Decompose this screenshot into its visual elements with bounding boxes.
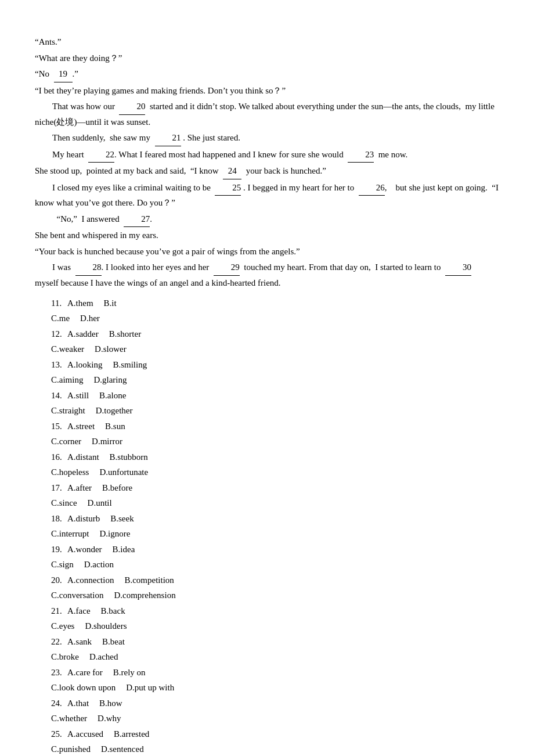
option-B: B.arrested (114, 727, 149, 742)
option-C: C.aiming (51, 373, 83, 388)
option-D: D.mirror (92, 434, 122, 449)
line-20: That was how our 20 started and it didn’… (35, 99, 499, 129)
option-B: B.back (101, 604, 125, 619)
line-25-26: I closed my eyes like a criminal waiting… (35, 181, 499, 211)
question-number: 23. (51, 665, 67, 681)
line-22-23: My heart 22. What I feared most had happ… (35, 147, 499, 163)
blank-22: 22 (88, 147, 114, 163)
line-bent: She bent and whispered in my ears. (35, 228, 499, 243)
option-A: A.street (67, 419, 95, 434)
question-row2: C.meD.her (35, 311, 499, 326)
line-28-30: I was 28. I looked into her eyes and her… (35, 260, 499, 290)
option-D: D.shoulders (85, 619, 127, 634)
question-row2: C.cornerD.mirror (35, 434, 499, 449)
option-A: A.looking (67, 358, 102, 373)
question-14: 14.A.stillB.aloneC.straightD.together (35, 388, 499, 418)
question-number: 18. (51, 512, 67, 527)
question-row2: C.sinceD.until (35, 496, 499, 511)
question-row2: C.eyesD.shoulders (35, 619, 499, 634)
option-B: B.sun (105, 419, 125, 434)
option-B: B.smiling (113, 358, 147, 373)
option-A: A.after (67, 481, 92, 496)
option-B: B.seek (110, 512, 134, 527)
question-number: 19. (51, 542, 67, 557)
option-C: C.sign (51, 557, 74, 573)
line-ants: “Ants.” (35, 35, 499, 50)
question-12: 12.A.sadderB.shorterC.weakerD.slower (35, 327, 499, 357)
option-A: A.accused (67, 727, 103, 742)
question-number: 11. (51, 296, 67, 311)
option-C: C.whether (51, 711, 87, 726)
question-row2: C.weakerD.slower (35, 342, 499, 357)
question-row2: C.brokeD.ached (35, 650, 499, 665)
line-wings: “Your back is hunched because you’ve got… (35, 244, 499, 260)
option-C: C.interrupt (51, 527, 89, 542)
line-21: Then suddenly, she saw my 21 . She just … (35, 131, 499, 146)
question-row1: 25.A.accusedB.arrested (35, 727, 499, 742)
option-D: D.until (88, 496, 112, 511)
option-A: A.care for (67, 665, 103, 681)
question-row1: 22.A.sankB.beat (35, 635, 499, 650)
option-B: B.competition (124, 573, 174, 588)
question-18: 18.A.disturbB.seekC.interruptD.ignore (35, 512, 499, 541)
option-A: A.sadder (67, 327, 99, 342)
question-number: 17. (51, 481, 67, 496)
question-row2: C.hopelessD.unfortunate (35, 465, 499, 480)
line-what: “What are they doing？” (35, 51, 499, 66)
passage: “Ants.” “What are they doing？” “No 19.” … (35, 35, 499, 290)
option-D: D.sentenced (101, 742, 144, 757)
question-24: 24.A.thatB.howC.whetherD.why (35, 696, 499, 726)
question-13: 13.A.lookingB.smilingC.aimingD.glaring (35, 358, 499, 387)
blank-21: 21 (155, 131, 181, 146)
blank-24: 24 (223, 164, 241, 179)
question-row2: C.straightD.together (35, 404, 499, 419)
option-D: D.glaring (93, 373, 127, 388)
question-number: 20. (51, 573, 67, 588)
option-B: B.stubborn (110, 450, 148, 465)
question-20: 20.A.connectionB.competitionC.conversati… (35, 573, 499, 603)
option-D: D.unfortunate (99, 465, 148, 480)
question-row1: 15.A.streetB.sun (35, 419, 499, 434)
question-number: 21. (51, 604, 67, 619)
question-number: 24. (51, 696, 67, 711)
question-row1: 17.A.afterB.before (35, 481, 499, 496)
line-27: “No,” I answered 27. (35, 212, 499, 228)
question-15: 15.A.streetB.sunC.cornerD.mirror (35, 419, 499, 449)
question-16: 16.A.distantB.stubbornC.hopelessD.unfort… (35, 450, 499, 480)
question-row2: C.aimingD.glaring (35, 373, 499, 388)
blank-23: 23 (348, 147, 374, 163)
question-row1: 18.A.disturbB.seek (35, 512, 499, 527)
questions-section: 11.A.themB.itC.meD.her12.A.sadderB.short… (35, 296, 499, 756)
question-number: 16. (51, 450, 67, 465)
question-row2: C.whetherD.why (35, 711, 499, 726)
option-B: B.alone (99, 388, 126, 404)
option-B: B.rely on (113, 665, 146, 681)
option-D: D.why (98, 711, 121, 726)
question-row1: 16.A.distantB.stubborn (35, 450, 499, 465)
question-row1: 12.A.sadderB.shorter (35, 327, 499, 342)
question-row2: C.punishedD.sentenced (35, 742, 499, 757)
option-B: B.it (104, 296, 117, 311)
question-row2: C.interruptD.ignore (35, 527, 499, 542)
option-B: B.before (102, 481, 132, 496)
option-C: C.broke (51, 650, 79, 665)
question-21: 21.A.faceB.backC.eyesD.shoulders (35, 604, 499, 633)
question-22: 22.A.sankB.beatC.brokeD.ached (35, 635, 499, 664)
option-C: C.straight (51, 404, 85, 419)
option-A: A.still (67, 388, 89, 404)
option-D: D.ignore (99, 527, 130, 542)
question-row2: C.signD.action (35, 557, 499, 573)
option-B: B.shorter (109, 327, 141, 342)
option-D: D.comprehension (114, 588, 175, 603)
question-23: 23.A.care forB.rely onC.look down uponD.… (35, 665, 499, 695)
line-24: She stood up, pointed at my back and sai… (35, 164, 499, 179)
blank-27: 27 (124, 212, 150, 228)
option-C: C.me (51, 311, 70, 326)
option-A: A.connection (67, 573, 114, 588)
question-19: 19.A.wonderB.ideaC.signD.action (35, 542, 499, 572)
question-number: 14. (51, 388, 67, 404)
option-D: D.slower (95, 342, 127, 357)
blank-28: 28 (75, 260, 102, 276)
line-no19: “No 19.” (35, 67, 499, 82)
question-row1: 19.A.wonderB.idea (35, 542, 499, 557)
